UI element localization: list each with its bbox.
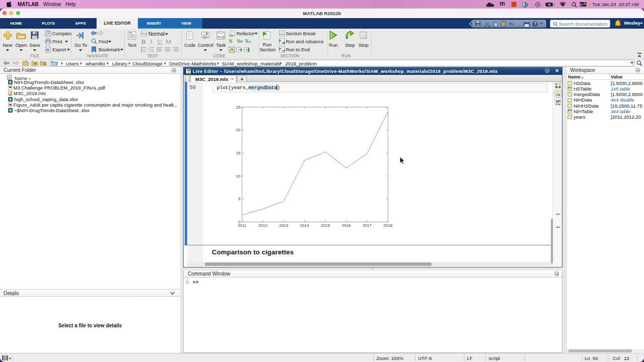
svg-text:5: 5	[238, 197, 241, 201]
svg-text:2018: 2018	[383, 223, 392, 228]
svg-text:10: 10	[236, 174, 240, 178]
svg-text:15: 15	[236, 151, 240, 155]
svg-text:25: 25	[236, 105, 240, 110]
svg-text:20: 20	[236, 128, 240, 132]
svg-text:2012: 2012	[259, 223, 268, 228]
svg-text:2016: 2016	[342, 223, 351, 228]
svg-text:3: 3	[148, 51, 150, 53]
svg-text:2014: 2014	[300, 223, 309, 228]
svg-text:2011: 2011	[237, 223, 247, 228]
svg-text:2013: 2013	[279, 223, 288, 228]
svg-text:2017: 2017	[363, 223, 372, 228]
svg-text:2015: 2015	[321, 223, 330, 228]
